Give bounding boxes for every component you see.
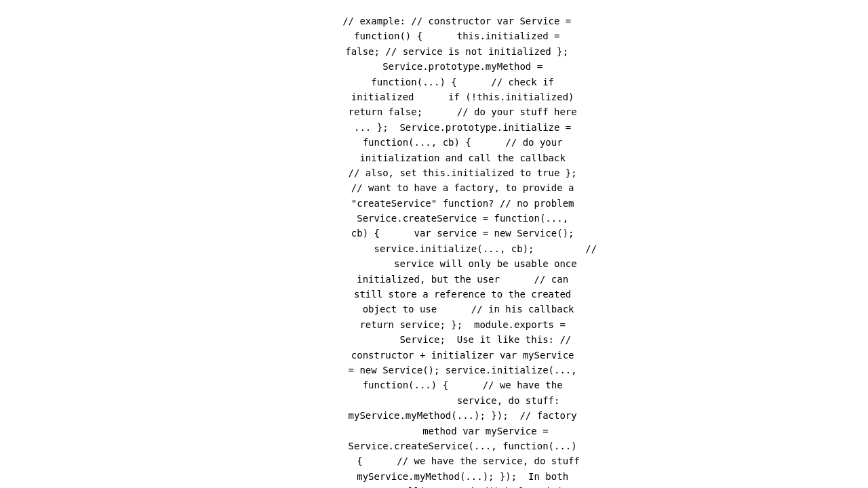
code-container: // example: // constructor var Service =…: [163, 0, 705, 488]
code-block: // example: // constructor var Service =…: [190, 14, 678, 488]
